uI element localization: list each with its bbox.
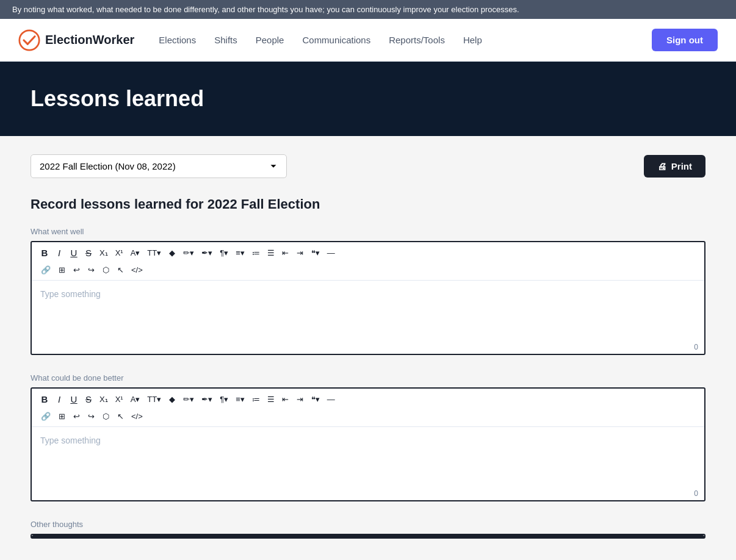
toolbar-hr[interactable]: — xyxy=(324,246,338,259)
editor-label-other-thoughts: Other thoughts xyxy=(31,520,705,529)
toolbar-underline[interactable]: U xyxy=(67,246,81,260)
toolbar-ordered-list-b[interactable]: ≔ xyxy=(249,393,263,406)
editor-block-done-better: What could be done better B I U S X₁ X¹ … xyxy=(31,373,705,501)
toolbar-redo-b[interactable]: ↪ xyxy=(84,410,98,423)
editor-counter-done-better: 0 xyxy=(32,487,704,500)
editor-label-what-went-well: What went well xyxy=(31,227,705,236)
toolbar-italic[interactable]: I xyxy=(52,246,66,260)
svg-point-0 xyxy=(20,30,39,49)
toolbar-undo[interactable]: ↩ xyxy=(70,264,83,276)
banner-text: By noting what worked, what needed to be… xyxy=(12,5,519,14)
toolbar-source-b[interactable]: </> xyxy=(128,410,146,423)
nav-links: Elections Shifts People Communications R… xyxy=(159,35,652,45)
toolbar-pointer[interactable]: ↖ xyxy=(114,264,127,276)
toolbar-bullet-list[interactable]: ☰ xyxy=(264,246,278,259)
nav-reports-tools[interactable]: Reports/Tools xyxy=(389,35,445,45)
toolbar-table[interactable]: ⊞ xyxy=(55,264,68,276)
toolbar-link[interactable]: 🔗 xyxy=(38,264,54,276)
toolbar-redo[interactable]: ↪ xyxy=(84,264,98,276)
toolbar-font-size-b[interactable]: TT▾ xyxy=(144,393,164,406)
toolbar-ink-b[interactable]: ◆ xyxy=(165,393,179,406)
toolbar-quote[interactable]: ❝▾ xyxy=(308,246,323,259)
toolbar-paragraph[interactable]: ¶▾ xyxy=(217,246,231,259)
toolbar-indent-left-b[interactable]: ⇤ xyxy=(279,393,292,406)
print-label: Print xyxy=(671,161,692,171)
toolbar-hr-b[interactable]: — xyxy=(324,393,338,406)
toolbar-indent-right-b[interactable]: ⇥ xyxy=(294,393,307,406)
toolbar-pen2[interactable]: ✒▾ xyxy=(198,246,215,259)
toolbar-row1: B I U S X₁ X¹ A▾ TT▾ ◆ ✏▾ ✒▾ ¶▾ ≡▾ ≔ ☰ ⇤ xyxy=(38,246,698,260)
editor-input-what-went-well[interactable] xyxy=(40,289,696,332)
nav-communications[interactable]: Communications xyxy=(302,35,370,45)
toolbar-ink[interactable]: ◆ xyxy=(165,246,179,259)
editor-area-done-better[interactable]: Type something xyxy=(32,427,704,487)
election-select[interactable]: 2022 Fall Election (Nov 08, 2022) xyxy=(31,154,287,178)
editor-container-other-thoughts xyxy=(31,534,705,539)
toolbar-underline-b[interactable]: U xyxy=(67,392,81,406)
toolbar-link-b[interactable]: 🔗 xyxy=(38,410,54,423)
editor-container-done-better: B I U S X₁ X¹ A▾ TT▾ ◆ ✏▾ ✒▾ ¶▾ ≡▾ ≔ ☰ ⇤ xyxy=(31,387,705,501)
editor-label-done-better: What could be done better xyxy=(31,373,705,382)
toolbar-table-b[interactable]: ⊞ xyxy=(55,410,68,423)
logo-icon xyxy=(18,29,40,51)
nav-people[interactable]: People xyxy=(256,35,284,45)
editor-counter-what-went-well: 0 xyxy=(32,340,704,354)
print-button[interactable]: 🖨 Print xyxy=(644,155,705,178)
toolbar-undo-b[interactable]: ↩ xyxy=(70,410,83,423)
nav-elections[interactable]: Elections xyxy=(159,35,196,45)
toolbar-clear[interactable]: ⬡ xyxy=(99,264,112,276)
toolbar-what-went-well: B I U S X₁ X¹ A▾ TT▾ ◆ ✏▾ ✒▾ ¶▾ ≡▾ ≔ ☰ ⇤ xyxy=(32,242,704,281)
toolbar-done-better: B I U S X₁ X¹ A▾ TT▾ ◆ ✏▾ ✒▾ ¶▾ ≡▾ ≔ ☰ ⇤ xyxy=(32,389,704,427)
toolbar-strikethrough[interactable]: S xyxy=(82,246,95,260)
toolbar-font-color[interactable]: A▾ xyxy=(128,246,143,259)
toolbar-subscript[interactable]: X₁ xyxy=(96,246,111,259)
toolbar-strikethrough-b[interactable]: S xyxy=(82,392,95,406)
navbar: ElectionWorker Elections Shifts People C… xyxy=(0,19,736,62)
nav-help[interactable]: Help xyxy=(463,35,482,45)
toolbar-bullet-list-b[interactable]: ☰ xyxy=(264,393,278,406)
toolbar-quote-b[interactable]: ❝▾ xyxy=(308,393,323,406)
toolbar-align[interactable]: ≡▾ xyxy=(233,246,248,259)
print-icon: 🖨 xyxy=(657,161,666,171)
toolbar-ordered-list[interactable]: ≔ xyxy=(249,246,263,259)
editor-block-other-thoughts: Other thoughts xyxy=(31,520,705,539)
toolbar-clear-b[interactable]: ⬡ xyxy=(99,410,112,423)
top-banner: By noting what worked, what needed to be… xyxy=(0,0,736,19)
toolbar-row2: 🔗 ⊞ ↩ ↪ ⬡ ↖ </> xyxy=(38,264,698,276)
nav-shifts[interactable]: Shifts xyxy=(214,35,237,45)
toolbar-row1b: B I U S X₁ X¹ A▾ TT▾ ◆ ✏▾ ✒▾ ¶▾ ≡▾ ≔ ☰ ⇤ xyxy=(38,392,698,406)
editor-block-what-went-well: What went well B I U S X₁ X¹ A▾ TT▾ ◆ ✏▾… xyxy=(31,227,705,355)
toolbar-align-b[interactable]: ≡▾ xyxy=(233,393,248,406)
main-content: 2022 Fall Election (Nov 08, 2022) 🖨 Prin… xyxy=(0,136,736,560)
editor-area-what-went-well[interactable]: Type something xyxy=(32,281,704,340)
selector-row: 2022 Fall Election (Nov 08, 2022) 🖨 Prin… xyxy=(31,154,705,178)
section-title: Record lessons learned for 2022 Fall Ele… xyxy=(31,196,705,212)
hero-section: Lessons learned xyxy=(0,62,736,136)
toolbar-indent-right[interactable]: ⇥ xyxy=(294,246,307,259)
editor-container-what-went-well: B I U S X₁ X¹ A▾ TT▾ ◆ ✏▾ ✒▾ ¶▾ ≡▾ ≔ ☰ ⇤ xyxy=(31,241,705,355)
toolbar-pen1[interactable]: ✏▾ xyxy=(180,246,197,259)
toolbar-font-color-b[interactable]: A▾ xyxy=(128,393,143,406)
page-title: Lessons learned xyxy=(31,86,705,112)
toolbar-subscript-b[interactable]: X₁ xyxy=(96,393,111,406)
toolbar-italic-b[interactable]: I xyxy=(52,392,66,406)
toolbar-pen1-b[interactable]: ✏▾ xyxy=(180,393,197,406)
toolbar-bold-b[interactable]: B xyxy=(38,392,51,406)
toolbar-superscript-b[interactable]: X¹ xyxy=(112,393,126,406)
toolbar-indent-left[interactable]: ⇤ xyxy=(279,246,292,259)
toolbar-row2b: 🔗 ⊞ ↩ ↪ ⬡ ↖ </> xyxy=(38,410,698,423)
toolbar-font-size[interactable]: TT▾ xyxy=(144,246,164,259)
sign-out-button[interactable]: Sign out xyxy=(652,29,718,51)
toolbar-superscript[interactable]: X¹ xyxy=(112,246,126,259)
toolbar-source[interactable]: </> xyxy=(128,264,146,276)
toolbar-pointer-b[interactable]: ↖ xyxy=(114,410,127,423)
toolbar-bold[interactable]: B xyxy=(38,246,51,260)
logo-text: ElectionWorker xyxy=(45,33,134,47)
editor-input-done-better[interactable] xyxy=(40,436,696,478)
toolbar-paragraph-b[interactable]: ¶▾ xyxy=(217,393,231,406)
toolbar-pen2-b[interactable]: ✒▾ xyxy=(198,393,215,406)
logo-link[interactable]: ElectionWorker xyxy=(18,29,134,51)
